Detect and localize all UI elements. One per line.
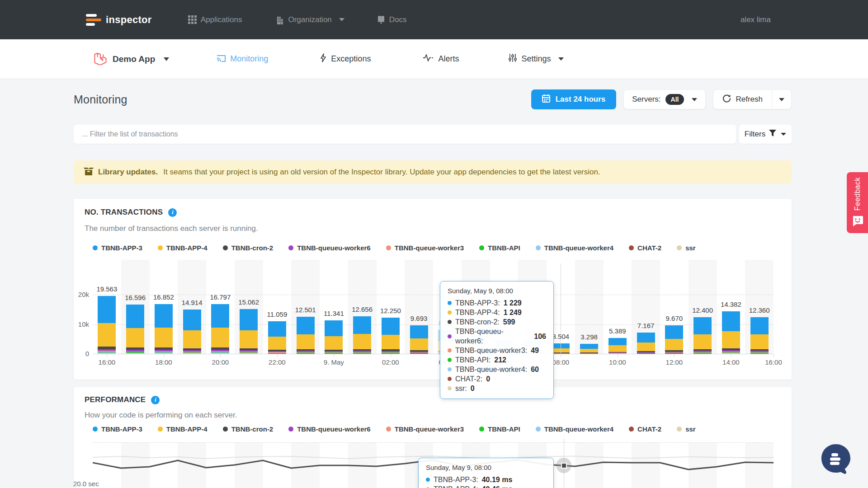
feedback-tab[interactable]: Feedback [847, 172, 868, 233]
servers-dropdown[interactable]: Servers: All [623, 89, 706, 109]
tab-alerts-label: Alerts [438, 54, 459, 64]
stacked-bar[interactable] [268, 321, 286, 354]
stacked-bar[interactable] [609, 338, 627, 354]
legend-item[interactable]: TBNB-queue-worker4 [536, 425, 613, 433]
stacked-bar[interactable] [183, 310, 201, 354]
legend-item[interactable]: TBNB-cron-2 [223, 425, 274, 433]
legend-item[interactable]: ssr [677, 244, 696, 252]
stacked-bar[interactable] [693, 317, 712, 354]
stacked-bar[interactable] [382, 318, 400, 354]
bar-value-label: 15.062 [228, 298, 269, 306]
tooltip-row: TBNB-APP-4: 40.46 ms [426, 484, 546, 488]
nav-organization[interactable]: Organization [276, 15, 344, 24]
tooltip-series-dot [448, 377, 452, 381]
tooltip-series-value: 1 249 [504, 308, 522, 317]
tooltip-series-dot [448, 301, 452, 305]
legend-item[interactable]: TBNB-APP-3 [93, 425, 142, 433]
app-selector[interactable]: Demo App [94, 52, 169, 67]
legend-item[interactable]: TBNB-queue-worker3 [386, 244, 464, 252]
sliders-icon [509, 53, 517, 65]
performance-legend: TBNB-APP-3TBNB-APP-4TBNB-cron-2TBNB-queu… [93, 425, 696, 433]
stacked-bar[interactable] [211, 304, 229, 354]
transactions-filter-input[interactable] [74, 125, 736, 144]
legend-dot [158, 245, 163, 250]
alert-title: Library updates. [98, 168, 158, 177]
y-axis-tick-label: 0 [72, 350, 89, 357]
stacked-bar[interactable] [750, 317, 769, 354]
page-title: Monitoring [74, 93, 127, 106]
stacked-bar[interactable] [155, 304, 173, 354]
feedback-smiley-icon [852, 215, 863, 229]
legend-item[interactable]: TBNB-APP-4 [158, 425, 208, 433]
chevron-down-icon [339, 18, 344, 21]
building-icon [276, 15, 284, 24]
bar-segment [693, 334, 712, 349]
legend-dot [93, 427, 98, 432]
legend-dot [536, 427, 541, 432]
tooltip-series-value: 40.19 ms [482, 475, 513, 484]
tooltip-row: TBNB-queue-worker4: 60 [448, 365, 546, 374]
tab-monitoring[interactable]: Monitoring [217, 54, 268, 64]
legend-item[interactable]: TBNB-APP-4 [158, 244, 208, 252]
app-navbar: Demo App Monitoring Exceptions Alerts [0, 39, 868, 79]
legend-item[interactable]: TBNB-queue-worker3 [386, 425, 464, 433]
stacked-bar[interactable] [637, 333, 655, 354]
stacked-bar[interactable] [297, 317, 315, 354]
legend-item[interactable]: TBNB-queueu-worker6 [288, 425, 371, 433]
refresh-options-button[interactable] [772, 90, 791, 109]
nav-docs[interactable]: Docs [377, 15, 407, 24]
stacked-bar[interactable] [240, 309, 258, 354]
user-menu[interactable]: alex lima [741, 15, 771, 24]
legend-label: TBNB-queue-worker3 [395, 244, 464, 252]
bar-segment [382, 335, 400, 349]
tooltip-row: ssr: 0 [448, 384, 546, 393]
time-range-button[interactable]: Last 24 hours [531, 89, 617, 109]
tooltip-series-value: 212 [494, 355, 506, 365]
stacked-bar[interactable] [325, 320, 343, 354]
legend-item[interactable]: CHAT-2 [629, 244, 661, 252]
stacked-bar[interactable] [353, 316, 371, 354]
legend-item[interactable]: TBNB-API [479, 425, 520, 433]
nav-applications-label: Applications [201, 15, 242, 24]
bar-segment [580, 349, 598, 353]
legend-item[interactable]: TBNB-APP-3 [93, 244, 142, 252]
bar-segment [609, 338, 627, 346]
info-icon[interactable]: i [151, 396, 160, 404]
stacked-bar[interactable] [126, 305, 144, 354]
bar-segment [98, 353, 116, 354]
chat-launcher-button[interactable] [819, 442, 853, 476]
tooltip-series-name: TBNB-cron-2: [455, 317, 500, 327]
stacked-bar[interactable] [98, 296, 116, 354]
legend-item[interactable]: TBNB-API [479, 244, 520, 252]
tab-settings[interactable]: Settings [509, 53, 564, 65]
tab-alerts[interactable]: Alerts [423, 54, 459, 64]
nav-applications[interactable]: Applications [188, 15, 242, 24]
tooltip-series-dot [448, 358, 452, 362]
legend-item[interactable]: CHAT-2 [629, 425, 661, 433]
stacked-bar[interactable] [580, 344, 598, 354]
tooltip-series-name: TBNB-APP-4: [434, 484, 478, 488]
tooltip-series-value: 40.46 ms [482, 484, 513, 488]
legend-item[interactable]: TBNB-cron-2 [223, 244, 274, 252]
info-icon[interactable]: i [168, 208, 177, 217]
filters-button[interactable]: Filters [739, 125, 792, 144]
legend-item[interactable]: TBNB-queue-worker4 [536, 244, 613, 252]
x-axis-tick [391, 354, 391, 357]
legend-item[interactable]: TBNB-queueu-worker6 [288, 244, 371, 252]
tooltip-row: TBNB-queue-worker3: 49 [448, 346, 546, 355]
refresh-button[interactable]: Refresh [713, 90, 772, 109]
bar-segment [155, 328, 173, 347]
tooltip-title: Sunday, May 9, 08:00 [448, 287, 546, 295]
bar-segment [240, 309, 258, 330]
stacked-bar[interactable] [665, 325, 683, 354]
tooltip-row: TBNB-cron-2: 599 [448, 317, 546, 327]
x-axis-tick-label: 18:00 [143, 358, 184, 366]
legend-item[interactable]: ssr [677, 425, 696, 433]
legend-label: TBNB-queue-worker4 [544, 425, 613, 433]
tab-exceptions[interactable]: Exceptions [320, 53, 371, 65]
servers-label: Servers: [632, 95, 660, 104]
stacked-bar[interactable] [410, 325, 428, 354]
inspector-logo[interactable]: inspector [86, 14, 152, 26]
stacked-bar[interactable] [722, 311, 740, 354]
tooltip-series-name: TBNB-queueu-worker6: [455, 327, 530, 346]
